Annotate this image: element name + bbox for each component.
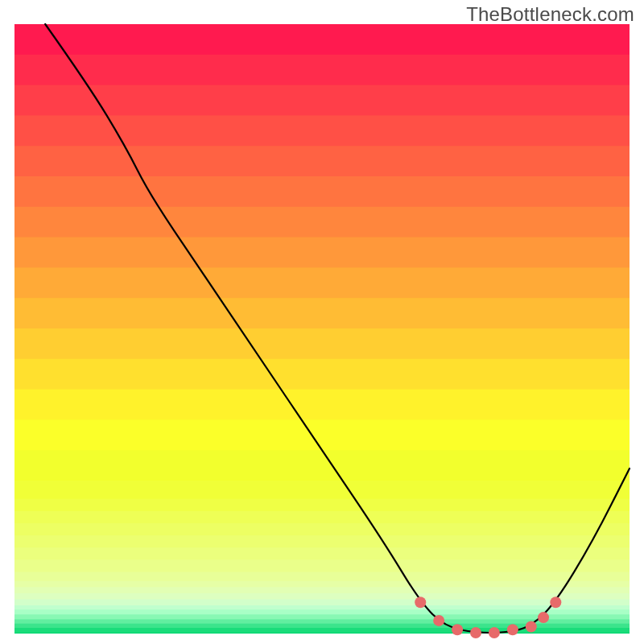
optimal-marker [507,624,518,635]
optimal-marker [538,612,549,623]
gradient-row [14,359,630,390]
optimal-marker [452,624,463,635]
optimal-marker [550,597,561,608]
gradient-row [14,176,630,208]
gradient-row [14,481,630,500]
gradient-row [14,85,630,117]
gradient-row [14,450,630,481]
optimal-marker [489,627,500,638]
gradient-row [14,328,630,360]
gradient-row [14,499,630,512]
optimal-marker [526,621,537,632]
optimal-marker [433,615,444,626]
gradient-row [14,419,630,451]
gradient-row [14,237,630,269]
gradient-row [14,559,630,572]
gradient-row [14,390,630,421]
gradient-row [14,267,630,299]
gradient-row [14,572,630,581]
gradient-row [14,628,630,634]
gradient-row [14,581,630,588]
gradient-row [14,535,630,548]
gradient-row [14,115,630,147]
gradient-row [14,593,630,601]
gradient-row [14,633,630,634]
gradient-row [14,547,630,560]
gradient-row [14,587,630,594]
bottleneck-chart [0,0,644,644]
gradient-row [14,523,630,536]
gradient-row [14,511,630,524]
optimal-marker [415,597,426,608]
gradient-row [14,599,630,606]
gradient-row [14,55,630,86]
gradient-row [14,298,630,329]
gradient-row [14,24,630,56]
gradient-row [14,609,630,615]
chart-container: TheBottleneck.com [0,0,644,644]
gradient-row [14,207,630,238]
optimal-marker [470,627,481,638]
gradient-row [14,146,630,177]
